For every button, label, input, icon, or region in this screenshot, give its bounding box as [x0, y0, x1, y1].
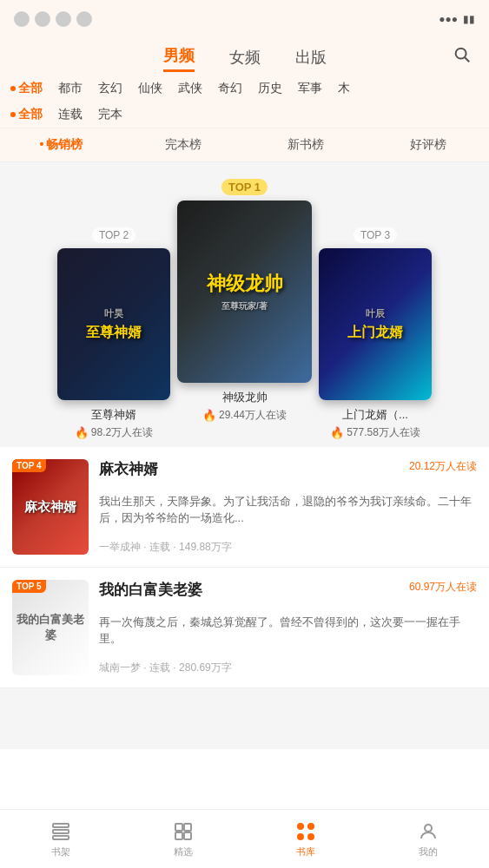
cat-city[interactable]: 都市: [58, 81, 83, 96]
list-section: 麻衣神婿 TOP 4 麻衣神婿 20.12万人在读 我出生那天，天降异象。为了让…: [0, 447, 489, 688]
svg-rect-4: [53, 836, 69, 839]
top-tab-bar: 男频 女频 出版: [0, 38, 489, 76]
rank5-badge: TOP 5: [12, 580, 46, 593]
rank4-badge: TOP 4: [12, 459, 46, 472]
bookshelf-icon: [50, 820, 72, 843]
nav-bookshelf[interactable]: 书架: [0, 815, 122, 864]
cat-all2[interactable]: 全部: [10, 107, 43, 122]
svg-point-10: [307, 823, 314, 830]
rank5-info: 我的白富美老婆 60.97万人在读 再一次侮蔑之后，秦城总算觉醒了。曾经不曾得到…: [89, 580, 477, 675]
tab-male[interactable]: 男频: [163, 45, 195, 72]
status-right: ●●● ▮▮: [439, 13, 475, 25]
tab-female[interactable]: 女频: [229, 47, 261, 71]
rank2-badge: TOP 2: [92, 227, 135, 243]
rank1-title: 神级龙帅: [222, 390, 268, 405]
nav-profile-label: 我的: [419, 845, 438, 858]
rank5-desc: 再一次侮蔑之后，秦城总算觉醒了。曾经不曾得到的，这次要一一握在手里。: [99, 614, 477, 648]
top-book-3[interactable]: TOP 3 叶辰 上门龙婿 上门龙婿（... 🔥 577.58万人在读: [319, 227, 432, 440]
rank4-cover: 麻衣神婿 TOP 4: [12, 459, 89, 555]
bottom-nav: 书架 精选 书库: [0, 809, 489, 868]
rank-tab-complete[interactable]: 完本榜: [122, 128, 245, 161]
rank-tab-newbook[interactable]: 新书榜: [245, 128, 367, 161]
rank5-meta: 城南一梦 · 连载 · 280.69万字: [99, 661, 477, 675]
rank4-info: 麻衣神婿 20.12万人在读 我出生那天，天降异象。为了让我活命，退隐的爷爷为我…: [89, 459, 477, 555]
rank4-meta: 一举成神 · 连载 · 149.88万字: [99, 540, 477, 555]
category-row-1: 全部 都市 玄幻 仙侠 武侠 奇幻 历史 军事 木: [0, 76, 489, 102]
svg-rect-8: [184, 832, 191, 839]
library-icon: [294, 820, 317, 843]
svg-rect-3: [53, 830, 69, 833]
svg-point-13: [425, 825, 432, 832]
nav-bookshelf-label: 书架: [51, 845, 70, 858]
rank2-readers: 🔥 98.2万人在读: [75, 425, 153, 440]
nav-discovery[interactable]: 精选: [122, 815, 245, 864]
rank2-cover: 叶昊 至尊神婿: [57, 248, 170, 400]
rank3-readers: 🔥 577.58万人在读: [330, 425, 420, 440]
top-book-2[interactable]: TOP 2 叶昊 至尊神婿 至尊神婿 🔥 98.2万人在读: [57, 227, 170, 440]
rank-tab-bar: 畅销榜 完本榜 新书榜 好评榜: [0, 128, 489, 162]
rank3-title: 上门龙婿（...: [342, 407, 408, 423]
rank2-title: 至尊神婿: [91, 407, 136, 423]
svg-point-9: [297, 823, 304, 830]
cat-all[interactable]: 全部: [10, 81, 43, 96]
cat-serialized[interactable]: 连载: [58, 107, 83, 122]
rank4-readers: 20.12万人在读: [409, 459, 477, 474]
rank4-desc: 我出生那天，天降异象。为了让我活命，退隐的爷爷为我订亲续命。二十年后，因为爷爷给…: [99, 493, 477, 527]
svg-point-0: [456, 48, 466, 58]
svg-point-11: [297, 833, 304, 840]
rank5-cover: 我的白富美老婆 TOP 5: [12, 580, 89, 675]
cat-fantasy[interactable]: 玄幻: [98, 81, 122, 96]
svg-rect-5: [175, 824, 182, 831]
cat-qihuan[interactable]: 奇幻: [218, 81, 242, 96]
rank1-cover: 神级龙帅 至尊玩家/著: [177, 201, 312, 383]
cat-more[interactable]: 木: [338, 81, 350, 96]
svg-rect-7: [175, 832, 182, 839]
svg-line-1: [465, 57, 469, 62]
tab-publish[interactable]: 出版: [295, 47, 327, 71]
nav-library-label: 书库: [296, 845, 315, 858]
rank5-title: 我的白富美老婆: [99, 580, 202, 600]
svg-rect-2: [53, 824, 69, 827]
rank1-badge: TOP 1: [221, 179, 268, 195]
cat-history[interactable]: 历史: [258, 81, 282, 96]
discovery-icon: [172, 820, 195, 843]
main-content: TOP 2 叶昊 至尊神婿 至尊神婿 🔥 98.2万人在读 TOP 1: [0, 162, 489, 749]
cat-xianxia[interactable]: 仙侠: [138, 81, 162, 96]
status-dots: [14, 11, 92, 27]
nav-discovery-label: 精选: [174, 845, 193, 858]
cat-complete[interactable]: 完本: [98, 107, 122, 122]
rank-tab-bestseller[interactable]: 畅销榜: [0, 128, 122, 161]
status-bar: ●●● ▮▮: [0, 0, 489, 38]
search-icon[interactable]: [453, 45, 472, 69]
svg-point-12: [307, 833, 314, 840]
top-book-1[interactable]: TOP 1 神级龙帅 至尊玩家/著 神级龙帅 🔥 29.44万人在读: [177, 179, 312, 423]
category-row-2: 全部 连载 完本: [0, 102, 489, 128]
list-item-5[interactable]: 我的白富美老婆 TOP 5 我的白富美老婆 60.97万人在读 再一次侮蔑之后，…: [0, 568, 489, 688]
rank5-readers: 60.97万人在读: [409, 580, 477, 595]
cat-military[interactable]: 军事: [298, 81, 322, 96]
rank-tab-goodreview[interactable]: 好评榜: [367, 128, 489, 161]
rank3-cover: 叶辰 上门龙婿: [319, 248, 432, 400]
top3-section: TOP 2 叶昊 至尊神婿 至尊神婿 🔥 98.2万人在读 TOP 1: [0, 162, 489, 440]
rank1-readers: 🔥 29.44万人在读: [202, 408, 287, 423]
rank4-title: 麻衣神婿: [99, 459, 158, 479]
list-item-4[interactable]: 麻衣神婿 TOP 4 麻衣神婿 20.12万人在读 我出生那天，天降异象。为了让…: [0, 447, 489, 568]
svg-rect-6: [184, 824, 191, 831]
nav-library[interactable]: 书库: [245, 815, 367, 864]
rank3-badge: TOP 3: [354, 227, 397, 243]
profile-icon: [417, 820, 439, 843]
nav-profile[interactable]: 我的: [367, 815, 489, 864]
cat-wuxia[interactable]: 武侠: [178, 81, 202, 96]
